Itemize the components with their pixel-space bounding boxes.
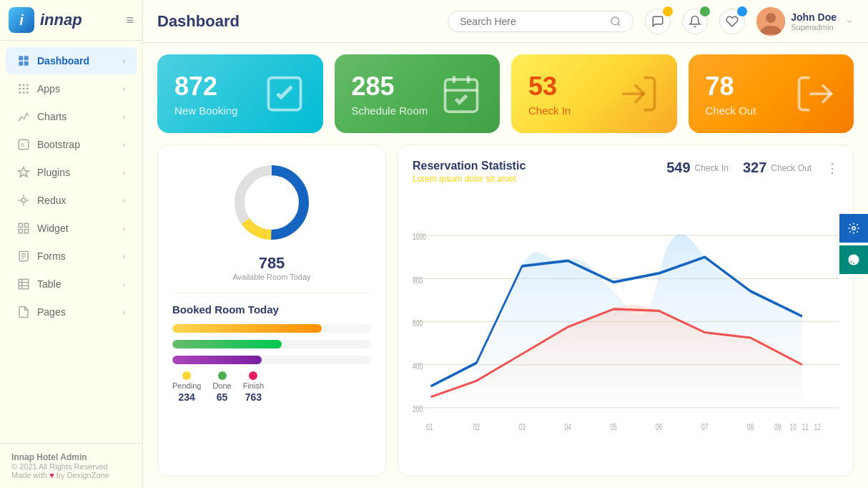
footer-brand: Innap Hotel Admin: [11, 452, 131, 462]
svg-rect-19: [25, 230, 29, 233]
chevron-icon: ›: [123, 57, 125, 65]
logo-icon: i: [9, 7, 34, 33]
donut-number: 785: [259, 254, 285, 273]
logo-text: innap: [40, 11, 82, 29]
checkout-count: 327: [743, 160, 766, 176]
stat-number-schedule: 285: [352, 72, 428, 102]
svg-text:400: 400: [413, 361, 423, 371]
footer-copy: © 2021 All Rights Reserved: [11, 462, 131, 471]
dot-finish: [249, 371, 257, 380]
page-title: Dashboard: [157, 12, 240, 31]
sidebar-label-dashboard: Dashboard: [37, 55, 89, 67]
svg-rect-2: [19, 62, 23, 66]
chevron-icon: ›: [123, 280, 125, 288]
legend-label-done: Done: [212, 381, 231, 390]
svg-text:800: 800: [413, 275, 423, 285]
svg-rect-3: [24, 62, 29, 66]
svg-point-6: [26, 84, 29, 86]
sidebar-label-pages: Pages: [37, 306, 66, 318]
donut-label: Available Room Today: [232, 273, 310, 281]
legend-label-pending: Pending: [172, 381, 201, 390]
progress-track-finish: [172, 356, 371, 364]
sidebar-label-apps: Apps: [37, 83, 60, 94]
bell-button[interactable]: [682, 9, 708, 34]
theme-float-button[interactable]: [839, 245, 868, 274]
hamburger-icon[interactable]: ≡: [126, 13, 134, 28]
float-buttons: [839, 214, 868, 274]
sidebar-item-forms[interactable]: Forms ›: [6, 243, 137, 270]
stat-info-check-out: 78 Check Out: [706, 72, 756, 117]
stat-card-check-out[interactable]: 78 Check Out: [689, 54, 854, 133]
svg-text:07: 07: [701, 421, 708, 431]
donut-svg: [229, 160, 315, 245]
chart-more-button[interactable]: ⋮: [826, 160, 839, 176]
svg-point-5: [23, 84, 25, 86]
forms-icon: [17, 250, 30, 263]
legend-value-finish: 763: [245, 391, 262, 403]
sidebar-header: i innap ≡: [0, 0, 142, 41]
svg-text:06: 06: [656, 421, 662, 431]
progress-track-pending: [172, 324, 371, 333]
dot-pending: [182, 371, 191, 380]
sidebar-item-dashboard[interactable]: Dashboard ›: [6, 47, 137, 74]
user-profile[interactable]: John Doe Superadmin: [756, 7, 854, 36]
chat-button[interactable]: [645, 9, 671, 34]
stat-label-check-out: Check Out: [706, 104, 756, 117]
schedule-icon: [440, 72, 483, 115]
stat-label-check-in: Check In: [528, 104, 571, 117]
sidebar-item-pages[interactable]: Pages ›: [6, 298, 137, 326]
booked-title: Booked Room Today: [172, 303, 371, 316]
svg-rect-32: [445, 79, 478, 112]
redux-icon: [17, 194, 30, 207]
table-icon: [17, 278, 30, 291]
sidebar-item-charts[interactable]: Charts ›: [6, 103, 137, 130]
svg-rect-18: [19, 230, 22, 233]
bell-badge: [700, 6, 710, 16]
sidebar-label-bootstrap: Bootstrap: [37, 139, 80, 150]
donut-section: 785 Available Room Today: [172, 160, 371, 293]
stat-label-new-booking: New Booking: [174, 104, 237, 117]
checkout-label: Check Out: [771, 163, 812, 173]
sidebar-item-widget[interactable]: Widget ›: [6, 215, 137, 242]
svg-line-29: [618, 24, 620, 26]
svg-text:12: 12: [814, 421, 820, 431]
stat-card-schedule-room[interactable]: 285 Schedule Room: [335, 54, 500, 133]
sidebar-nav: Dashboard › Apps › Charts › B Bootstrap …: [0, 41, 142, 443]
sidebar-item-redux[interactable]: Redux ›: [6, 187, 137, 214]
svg-point-8: [23, 88, 25, 90]
heart-icon: [726, 15, 739, 28]
svg-text:1000: 1000: [413, 232, 426, 242]
sidebar-item-table[interactable]: Table ›: [6, 270, 137, 298]
bottom-row: 785 Available Room Today Booked Room Tod…: [157, 145, 854, 477]
stat-card-check-in[interactable]: 53 Check In: [511, 54, 677, 133]
svg-text:11: 11: [802, 421, 808, 431]
search-input[interactable]: [460, 16, 604, 27]
user-info: John Doe Superadmin: [791, 11, 837, 31]
stat-card-new-booking[interactable]: 872 New Booking: [157, 54, 323, 133]
apps-icon: [17, 82, 30, 95]
settings-icon: [847, 222, 860, 235]
user-role: Superadmin: [791, 23, 837, 31]
theme-icon: [847, 253, 860, 266]
svg-text:02: 02: [473, 421, 480, 431]
stats-row: 872 New Booking 285 Schedule Room 53 Che…: [157, 54, 854, 133]
user-name: John Doe: [791, 11, 837, 23]
chart-title: Reservation Statistic: [413, 160, 526, 172]
sidebar-item-apps[interactable]: Apps ›: [6, 75, 137, 102]
topbar-icons: [645, 9, 745, 34]
chevron-icon: ›: [123, 225, 125, 233]
avatar-image: [756, 7, 785, 36]
svg-text:03: 03: [519, 421, 526, 431]
sidebar: i innap ≡ Dashboard › Apps › Charts › B …: [0, 0, 143, 488]
settings-float-button[interactable]: [839, 214, 868, 243]
sidebar-item-bootstrap[interactable]: B Bootstrap ›: [6, 131, 137, 158]
svg-text:10: 10: [789, 421, 796, 431]
left-panel: 785 Available Room Today Booked Room Tod…: [157, 145, 386, 477]
heart-button[interactable]: [719, 9, 745, 34]
progress-fill-pending: [172, 324, 322, 333]
svg-point-12: [26, 92, 29, 94]
sidebar-item-plugins[interactable]: Plugins ›: [6, 159, 137, 186]
search-icon[interactable]: [610, 16, 621, 27]
svg-rect-24: [19, 279, 29, 289]
chart-panel: Reservation Statistic Lorem ipsum dolor …: [398, 145, 854, 477]
